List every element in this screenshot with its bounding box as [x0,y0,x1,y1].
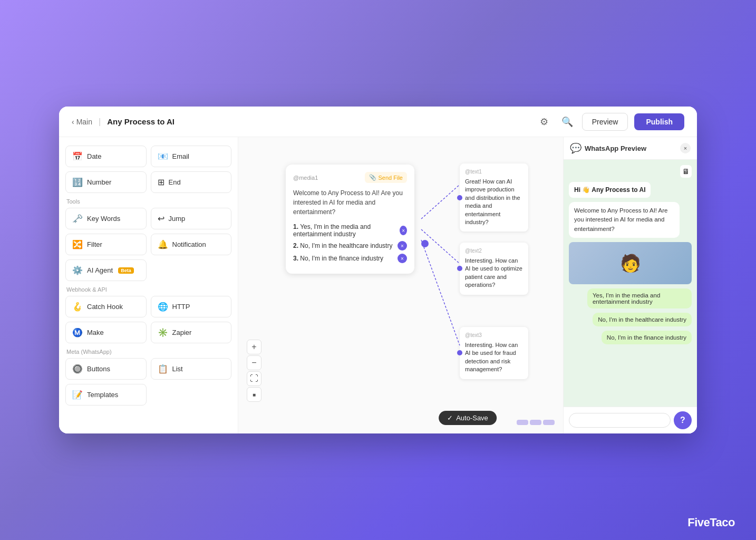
connector-node-left [421,240,429,247]
basic-tools-grid: 📅 Date 📧 Email 🔢 Number ⊞ End [65,146,231,193]
templates-icon: 📝 [72,390,83,400]
zoom-out-button[interactable]: − [247,355,261,370]
wa-close-button[interactable]: × [680,143,691,153]
page-title: Any Process to AI [107,117,175,126]
send-file-label: 📎 Send File [365,172,407,183]
header: ‹ Main | Any Process to AI ⚙ 🔍 Preview P… [59,107,697,137]
end-icon: ⊞ [158,177,164,187]
sidebar-item-jump[interactable]: ↩ Jump [151,208,232,229]
sidebar-item-keywords[interactable]: 🗝️ Key Words [65,208,147,229]
sidebar-item-keywords-label: Key Words [87,215,120,223]
sidebar-item-make-label: Make [87,329,104,336]
list-icon: 📋 [158,364,168,374]
sidebar-item-catch-hook[interactable]: 🪝 Catch Hook [65,296,147,317]
back-button[interactable]: ‹ Main [72,118,92,126]
flow-card-label: @media1 [293,175,318,181]
settings-button[interactable]: ⚙ [536,113,553,130]
back-arrow-icon: ‹ [72,118,74,126]
wa-image: 🧑 [569,242,692,284]
wa-help-button[interactable]: ? [674,411,692,429]
http-icon: 🌐 [158,302,168,312]
flow-option-3-text: 3. No, I'm in the finance industry [293,255,383,262]
sidebar-item-end-label: End [169,178,181,186]
text-node-1-label: @text1 [465,169,523,175]
text-node-2-dot [457,266,462,271]
sidebar-item-email[interactable]: 📧 Email [151,146,232,167]
sidebar-item-jump-label: Jump [169,215,186,223]
tools-section-label: Tools [66,198,231,205]
breadcrumb-separator: | [99,117,101,127]
sidebar-item-ai-agent[interactable]: ⚙️ AI Agent Beta [65,259,147,281]
check-icon: ✓ [447,414,453,422]
canvas: @media1 📎 Send File Welcome to Any Proce… [238,137,697,433]
whatsapp-preview-panel: 💬 WhatsApp Preview × 🖥 Hi 👋 Any Process … [563,137,697,433]
number-icon: 🔢 [72,177,83,187]
sidebar-item-date-label: Date [87,152,101,160]
minimap-bar [517,420,555,425]
flow-option-3-remove[interactable]: × [398,254,407,263]
text-node-3-dot [457,350,462,355]
sidebar-item-make[interactable]: Ⓜ️ Make [65,322,147,343]
sidebar-item-templates[interactable]: 📝 Templates [65,384,147,406]
text-node-3-label: @text3 [465,332,523,338]
flow-option-3: 3. No, I'm in the finance industry × [293,254,407,263]
sidebar: 📅 Date 📧 Email 🔢 Number ⊞ End Tools [59,137,238,433]
notification-icon: 🔔 [158,239,168,249]
whatsapp-icon: 💬 [570,142,581,154]
wa-user-reply-3: No, I'm in the finance industry [602,331,692,344]
sidebar-item-zapier-label: Zapier [172,329,192,336]
buttons-icon: 🔘 [72,364,83,374]
text-node-1-dot [457,195,462,200]
make-icon: Ⓜ️ [72,327,83,338]
mini-dot-1 [517,420,528,425]
sidebar-item-zapier[interactable]: ✳️ Zapier [151,322,232,343]
beta-badge: Beta [118,267,134,274]
wa-user-reply-1: Yes, I'm in the media and entertainment … [587,288,692,308]
body: 📅 Date 📧 Email 🔢 Number ⊞ End Tools [59,137,697,433]
sidebar-item-end[interactable]: ⊞ End [151,171,232,193]
flow-card-header: @media1 📎 Send File [293,172,407,183]
sidebar-item-notification[interactable]: 🔔 Notification [151,234,232,255]
sidebar-item-filter[interactable]: 🔀 Filter [65,234,147,255]
auto-save-badge: ✓ Auto-Save [439,411,497,425]
search-icon: 🔍 [561,116,573,128]
wa-input-bar: ? [564,407,697,433]
sidebar-item-ai-agent-label: AI Agent [87,266,113,274]
publish-button[interactable]: Publish [634,113,684,130]
sidebar-item-list-label: List [172,365,183,373]
sidebar-item-date[interactable]: 📅 Date [65,146,147,167]
wa-bot-message: Welcome to Any Process to AI! Are you in… [569,202,680,238]
sidebar-item-notification-label: Notification [172,240,206,248]
zoom-fit-button[interactable]: ⛶ [247,371,261,386]
zoom-in-button[interactable]: + [247,340,261,354]
flow-option-1-remove[interactable]: × [400,226,407,235]
zapier-icon: ✳️ [158,327,168,338]
preview-button[interactable]: Preview [582,113,628,131]
text-node-3: @text3 Interesting. How can AI be used f… [460,327,528,379]
sidebar-item-http[interactable]: 🌐 HTTP [151,296,232,317]
sidebar-item-list[interactable]: 📋 List [151,358,232,380]
fivetaco-logo: FiveTaco [687,516,735,529]
wa-title: WhatsApp Preview [585,144,646,152]
header-left: ‹ Main | Any Process to AI [72,117,536,127]
search-button[interactable]: 🔍 [559,113,576,130]
wa-message-input[interactable] [569,413,671,428]
sidebar-item-number[interactable]: 🔢 Number [65,171,147,193]
capture-button[interactable]: ■ [247,387,261,402]
breadcrumb-main: Main [76,118,92,126]
sidebar-item-email-label: Email [172,152,190,160]
catch-hook-icon: 🪝 [72,302,83,312]
sidebar-item-number-label: Number [87,178,111,186]
sidebar-item-buttons[interactable]: 🔘 Buttons [65,358,147,380]
zoom-controls: + − ⛶ ■ [247,340,261,402]
flow-option-2-remove[interactable]: × [398,241,407,250]
wa-user-reply-2: No, I'm in the healthcare industry [593,313,692,326]
webhook-grid: 🪝 Catch Hook 🌐 HTTP Ⓜ️ Make ✳️ Zapier [65,296,231,343]
filter-icon: 🔀 [72,239,83,249]
text-node-2-content: Interesting. How can AI be used to optim… [465,257,523,290]
meta-section-label: Meta (WhatsApp) [66,349,231,355]
text-node-2-label: @text2 [465,248,523,254]
wa-screen-icon: 🖥 [680,165,692,178]
text-node-1-content: Great! How can AI improve production and… [465,178,523,226]
app-window: ‹ Main | Any Process to AI ⚙ 🔍 Preview P… [59,107,697,433]
